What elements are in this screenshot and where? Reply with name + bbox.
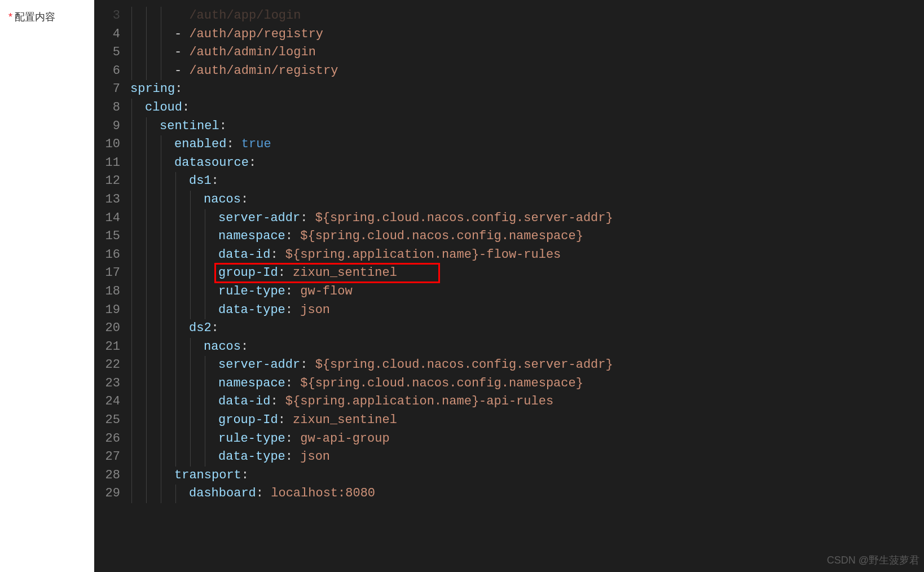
code-line[interactable]: rule-type: gw-api-group [130,430,924,448]
indent-guide [190,375,191,393]
code-line[interactable]: /auth/app/login [130,7,924,25]
indent-guide [205,430,205,448]
indent-guide [131,25,132,44]
code-line[interactable]: cloud: [130,99,924,117]
indent-guide [131,191,132,209]
code-token: : [270,394,285,408]
code-line[interactable]: enabled: true [130,135,924,154]
indent-guide [161,430,161,448]
code-line[interactable]: data-type: json [130,448,924,467]
indent-guide [175,338,176,357]
code-line-content: group-Id: zixun_sentinel [130,411,397,430]
code-line[interactable]: namespace: ${spring.cloud.nacos.config.n… [130,227,924,246]
code-line[interactable]: namespace: ${spring.cloud.nacos.config.n… [130,375,924,393]
code-line-content: ds1: [130,172,219,191]
code-line-content: - /auth/app/registry [130,25,323,44]
code-line[interactable]: nacos: [130,191,924,209]
indent-guide [131,246,132,265]
code-token: server-addr [218,358,300,372]
code-token: : [300,358,315,372]
indent-guide [175,246,176,265]
code-line[interactable]: rule-type: gw-flow [130,283,924,301]
indent-guide [175,411,176,430]
code-line[interactable]: transport: [130,467,924,485]
code-line[interactable]: data-id: ${spring.application.name}-api-… [130,393,924,411]
code-token: json [300,303,330,317]
code-token: ${spring.application.name}-flow-rules [285,248,561,262]
code-editor[interactable]: 3456789101112131415161718192021222324252… [94,0,924,572]
indent-guide [190,191,191,209]
code-token: enabled [174,137,226,151]
code-token: ${spring.cloud.nacos.config.namespace} [300,229,583,243]
indent-guide [190,264,191,283]
code-line[interactable]: - /auth/admin/login [130,43,924,62]
code-line-content: cloud: [130,99,190,117]
code-token: ${spring.application.name}-api-rules [285,394,553,408]
indent-guide [146,135,147,154]
code-line-content: transport: [130,467,249,485]
code-line[interactable]: - /auth/app/registry [130,25,924,44]
line-number: 11 [94,154,120,173]
line-number: 21 [94,338,120,357]
code-line[interactable]: spring: [130,80,924,99]
code-token: server-addr [218,211,300,225]
code-line[interactable]: group-Id: zixun_sentinel [130,264,924,283]
code-token: : [285,450,300,464]
code-line[interactable]: data-type: json [130,301,924,320]
indent-guide [205,246,205,265]
code-line[interactable]: ds1: [130,172,924,191]
indent-guide [131,209,132,228]
code-token: : [241,340,248,354]
code-line[interactable]: - /auth/admin/registry [130,62,924,81]
indent-guide [161,62,161,81]
code-token: : [175,82,182,96]
code-line[interactable]: data-id: ${spring.application.name}-flow… [130,246,924,265]
code-token: ${spring.cloud.nacos.config.namespace} [300,376,583,390]
code-token: - [174,27,189,41]
indent-guide [161,448,161,467]
code-line-content: - /auth/admin/login [130,43,316,62]
indent-guide [146,356,147,375]
code-line[interactable]: server-addr: ${spring.cloud.nacos.config… [130,209,924,228]
code-line-content: server-addr: ${spring.cloud.nacos.config… [130,209,613,228]
indent-guide [205,393,205,411]
indent-guide [131,356,132,375]
code-token: : [285,229,300,243]
code-token: dashboard [189,486,256,500]
indent-guide [175,319,176,338]
code-token: ds1 [189,174,212,188]
code-line[interactable]: datasource: [130,154,924,173]
code-line[interactable]: dashboard: localhost:8080 [130,485,924,503]
indent-guide [146,338,147,357]
indent-guide [131,135,132,154]
indent-guide [175,264,176,283]
indent-guide [161,393,161,411]
indent-guide [146,430,147,448]
indent-guide [131,393,132,411]
code-token: - [174,45,189,59]
line-number: 29 [94,485,120,503]
code-line[interactable]: nacos: [130,338,924,357]
code-token: spring [130,82,175,96]
code-line[interactable]: ds2: [130,319,924,338]
code-line[interactable]: server-addr: ${spring.cloud.nacos.config… [130,356,924,375]
code-line-content: sentinel: [130,117,227,136]
code-token: : [212,174,219,188]
indent-guide [131,411,132,430]
indent-guide [131,117,132,136]
indent-guide [146,246,147,265]
code-token: data-id [218,248,270,262]
code-line-content: namespace: ${spring.cloud.nacos.config.n… [130,375,583,393]
indent-guide [175,393,176,411]
code-line[interactable]: group-Id: zixun_sentinel [130,411,924,430]
code-token: : [285,303,300,317]
indent-guide [131,430,132,448]
sidebar-label-text: 配置内容 [15,11,55,23]
indent-guide [146,172,147,191]
code-token: namespace [218,376,285,390]
indent-guide [131,62,132,81]
indent-guide [190,393,191,411]
line-number: 5 [94,43,120,62]
code-line[interactable]: sentinel: [130,117,924,136]
code-area[interactable]: /auth/app/login- /auth/app/registry- /au… [130,0,924,572]
